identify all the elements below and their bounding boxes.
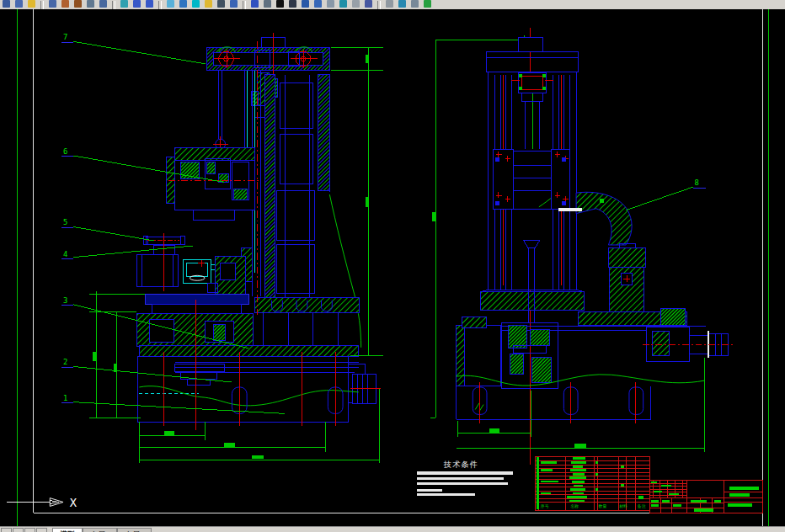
title-block <box>650 481 763 513</box>
layer-previous-icon[interactable] <box>262 0 273 8</box>
toolbar-separator <box>243 1 246 9</box>
pan-realtime-icon <box>167 0 174 8</box>
svg-text:4: 4 <box>63 250 67 258</box>
color-control-icon <box>276 0 284 8</box>
layers-icon[interactable] <box>249 0 260 8</box>
save-icon <box>28 0 35 8</box>
side-view <box>430 28 735 466</box>
help-icon <box>386 0 393 8</box>
active-assistance-icon[interactable] <box>422 0 433 8</box>
tab-model[interactable]: 模型 <box>52 528 83 532</box>
svg-text:8: 8 <box>695 178 699 187</box>
cut-icon <box>87 0 94 8</box>
paste-icon <box>230 0 238 8</box>
open-icon <box>15 0 23 8</box>
plot-icon <box>49 0 56 8</box>
zoom-previous-icon[interactable] <box>203 0 214 8</box>
motor-assembly <box>136 233 184 291</box>
save-icon[interactable] <box>26 0 37 8</box>
sheet-icon <box>327 0 334 8</box>
zoom-window-icon[interactable] <box>190 0 201 8</box>
svg-text:名称: 名称 <box>570 503 579 509</box>
tab-nav-prev-button[interactable]: ◀ <box>13 528 24 532</box>
linetype-icon[interactable] <box>287 0 298 8</box>
color-control-icon[interactable] <box>275 0 286 8</box>
redo-icon <box>146 0 153 8</box>
render-icon <box>398 0 406 8</box>
hand-icon <box>339 0 347 8</box>
column <box>255 75 361 348</box>
toolbar-separator <box>377 1 381 9</box>
plot-preview-icon <box>61 0 69 8</box>
undo-icon <box>133 0 141 8</box>
zoom-realtime-icon[interactable] <box>178 0 189 8</box>
callout-7: 7 <box>61 33 206 63</box>
grid-icon <box>365 0 372 8</box>
plot-preview-icon[interactable] <box>60 0 71 8</box>
sheet-icon[interactable] <box>325 0 336 8</box>
temporary-point-icon <box>217 0 225 8</box>
hand-icon[interactable] <box>338 0 349 8</box>
svg-text:5: 5 <box>63 218 67 226</box>
ruler-icon <box>352 0 360 8</box>
spelling-icon[interactable] <box>72 0 83 8</box>
cad-window: 7 6 5 4 3 2 1 8 技术条件 <box>0 0 785 532</box>
tech-conditions-title: 技术条件 <box>443 460 478 469</box>
text-style-icon <box>302 0 309 8</box>
undo-icon[interactable] <box>131 0 142 8</box>
linetype-icon <box>289 0 296 8</box>
svg-text:2: 2 <box>63 358 67 366</box>
tab-nav-last-button[interactable]: ▶| <box>36 528 47 532</box>
layer-previous-icon <box>264 0 271 8</box>
cut-icon[interactable] <box>85 0 96 8</box>
ruler-icon[interactable] <box>350 0 361 8</box>
open-icon[interactable] <box>13 0 24 8</box>
new-icon[interactable] <box>1 0 12 8</box>
svg-text:1: 1 <box>63 394 67 402</box>
callout-8: 8 <box>626 178 706 210</box>
tab-nav-first-button[interactable]: |◀ <box>1 528 12 532</box>
front-view <box>89 33 383 463</box>
zoom-window-icon <box>192 0 200 8</box>
zoom-realtime-icon <box>179 0 187 8</box>
table-icon <box>314 0 322 8</box>
svg-text:备注: 备注 <box>638 503 646 509</box>
table-icon[interactable] <box>312 0 323 8</box>
svg-text:6: 6 <box>63 147 67 156</box>
tab-nav-next-button[interactable]: ▶ <box>24 528 35 532</box>
help-icon[interactable] <box>384 0 395 8</box>
svg-text:序号: 序号 <box>541 503 549 509</box>
properties-icon[interactable] <box>409 0 420 8</box>
pan-realtime-icon[interactable] <box>165 0 176 8</box>
spelling-icon <box>74 0 82 8</box>
copy-icon <box>99 0 107 8</box>
render-icon[interactable] <box>397 0 408 8</box>
temporary-point-icon[interactable] <box>216 0 227 8</box>
toolbar-separator <box>158 1 162 9</box>
clamp-column <box>608 243 645 312</box>
gearbox <box>167 147 259 220</box>
active-assistance-icon <box>424 0 431 8</box>
redo-icon[interactable] <box>144 0 155 8</box>
text-style-icon[interactable] <box>300 0 311 8</box>
layout-tab-bar: |◀ ◀ ▶ ▶| 模型 布局1 布局2 <box>0 526 785 532</box>
plot-icon[interactable] <box>47 0 58 8</box>
layers-icon <box>251 0 259 8</box>
bom-table: 序号 名称 数量 材料 备注 <box>536 456 650 510</box>
tab-layout2[interactable]: 布局2 <box>117 528 152 532</box>
drawing-canvas[interactable]: 7 6 5 4 3 2 1 8 技术条件 <box>0 9 785 526</box>
paste-icon[interactable] <box>228 0 239 8</box>
match-properties-icon[interactable] <box>119 0 130 8</box>
top-beam <box>207 33 329 76</box>
tech-conditions: 技术条件 <box>417 460 513 496</box>
ucs-x-label: X <box>70 496 77 509</box>
grid-icon[interactable] <box>363 0 374 8</box>
new-icon <box>3 0 10 8</box>
svg-text:7: 7 <box>63 33 67 41</box>
copy-icon[interactable] <box>98 0 109 8</box>
svg-text:材料: 材料 <box>618 503 627 509</box>
match-properties-icon <box>120 0 128 8</box>
toolbar-separator <box>40 1 44 9</box>
tab-layout1[interactable]: 布局1 <box>83 528 117 532</box>
callout-5: 5 <box>61 218 154 241</box>
